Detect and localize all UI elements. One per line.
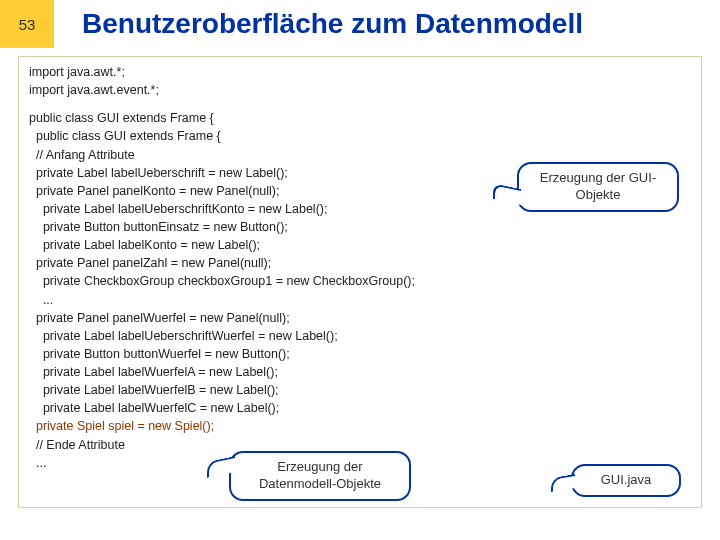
code-spiel-line: private Spiel spiel = new Spiel(); — [29, 417, 691, 435]
callout-text: GUI.java — [601, 472, 652, 487]
slide-header: 53 Benutzeroberfläche zum Datenmodell — [0, 0, 720, 48]
callout-datamodel-objects: Erzeugung der Datenmodell-Objekte — [229, 451, 411, 501]
callout-gui-objects: Erzeugung der GUI-Objekte — [517, 162, 679, 212]
code-box: import java.awt.*; import java.awt.event… — [18, 56, 702, 508]
code-imports: import java.awt.*; import java.awt.event… — [29, 63, 691, 99]
callout-text: Erzeugung der Datenmodell-Objekte — [259, 459, 381, 491]
callout-filename: GUI.java — [571, 464, 681, 497]
code-body: public class GUI extends Frame { public … — [29, 109, 691, 417]
callout-tail-icon — [551, 474, 575, 492]
slide-title: Benutzeroberfläche zum Datenmodell — [54, 8, 720, 40]
callout-text: Erzeugung der GUI-Objekte — [540, 170, 656, 202]
page-number: 53 — [0, 0, 54, 48]
